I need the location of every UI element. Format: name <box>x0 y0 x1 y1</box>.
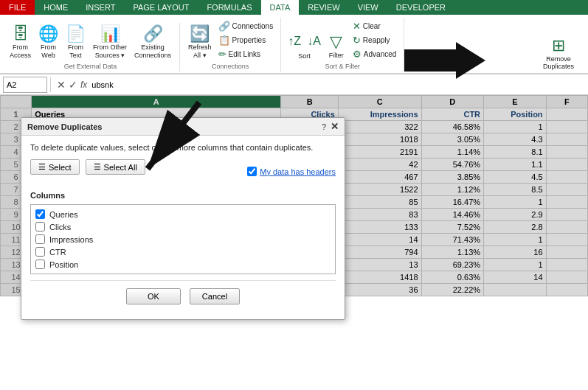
refresh-icon: 🔄 <box>190 26 210 42</box>
reapply-label: Reapply <box>363 36 390 44</box>
clicks-label: Clicks <box>49 223 71 231</box>
from-other-sources-icon: 📊 <box>100 26 120 42</box>
tab-review[interactable]: REVIEW <box>299 0 348 15</box>
properties-icon: 📋 <box>218 35 230 46</box>
modal-footer: OK Cancel <box>30 280 336 312</box>
modal-help-button[interactable]: ? <box>322 122 326 131</box>
from-web-label: FromWeb <box>41 43 56 60</box>
tab-file[interactable]: FILE <box>0 0 35 15</box>
group-sort-filter: ↑Z ↓A Sort ▽ Filter ✕ <box>281 18 404 72</box>
edit-links-button[interactable]: ✏ Edit Links <box>215 47 277 61</box>
formula-input[interactable] <box>91 80 585 89</box>
sort-az-icon: ↑Z <box>288 35 301 48</box>
formula-bar-separator <box>50 77 51 92</box>
clear-button[interactable]: ✕ Clear <box>350 19 399 33</box>
columns-list: Queries Clicks Impressions CTR Position <box>30 204 336 274</box>
deselect-all-button[interactable]: ☰ Select <box>30 159 80 175</box>
connections-button[interactable]: 🔗 Connections <box>215 19 277 33</box>
formula-bar-icons: ✕ ✓ <box>54 79 80 91</box>
column-position[interactable]: Position <box>34 258 332 271</box>
connections-group-label: Connections <box>212 63 249 70</box>
tab-formulas[interactable]: FORMULAS <box>198 0 260 15</box>
modal-close-button[interactable]: ✕ <box>331 121 339 132</box>
advanced-icon: ⚙ <box>353 49 362 60</box>
queries-label: Queries <box>49 210 78 219</box>
advanced-button[interactable]: ⚙ Advanced <box>350 47 399 61</box>
tab-developer[interactable]: DEVELOPER <box>387 0 454 15</box>
cancel-button[interactable]: Cancel <box>190 288 240 304</box>
remove-duplicates-label: RemoveDuplicates <box>543 55 574 70</box>
refresh-label: RefreshAll ▾ <box>188 43 212 60</box>
ribbon-tab-bar: FILE HOME INSERT PAGE LAYOUT FORMULAS DA… <box>0 0 588 15</box>
from-text-button[interactable]: 📄 FromText <box>62 24 89 61</box>
arrow-annotation <box>404 38 485 83</box>
tab-home[interactable]: HOME <box>35 0 77 15</box>
name-box[interactable] <box>3 77 47 93</box>
column-clicks[interactable]: Clicks <box>34 220 332 233</box>
remove-duplicates-icon: ⊞ <box>552 36 565 55</box>
connections-label: Connections <box>232 22 274 30</box>
svg-marker-0 <box>404 42 485 79</box>
formula-bar: ✕ ✓ fx <box>0 74 588 95</box>
position-checkbox[interactable] <box>35 260 45 269</box>
sort-filter-group-label: Sort & Filter <box>325 63 361 70</box>
my-data-headers-option: My data has headers <box>247 167 336 176</box>
impressions-checkbox[interactable] <box>35 234 45 244</box>
cancel-formula-icon[interactable]: ✕ <box>57 79 66 91</box>
from-text-label: FromText <box>68 43 83 60</box>
remove-duplicates-modal: Remove Duplicates ? ✕ To delete duplicat… <box>21 117 345 320</box>
remove-duplicates-button[interactable]: ⊞ RemoveDuplicates <box>536 35 581 72</box>
connections-icon: 🔗 <box>218 21 230 32</box>
my-data-headers-checkbox[interactable] <box>247 167 257 176</box>
get-external-data-label: Get External Data <box>64 63 117 70</box>
filter-label: Filter <box>329 52 344 60</box>
advanced-label: Advanced <box>364 50 396 58</box>
position-label: Position <box>49 260 78 269</box>
from-access-button[interactable]: 🗄 FromAccess <box>6 24 35 61</box>
from-other-sources-button[interactable]: 📊 From OtherSources ▾ <box>89 24 131 61</box>
reapply-button[interactable]: ↻ Reapply <box>350 33 399 47</box>
from-web-button[interactable]: 🌐 FromWeb <box>35 24 62 61</box>
deselect-label: Select <box>49 163 72 172</box>
from-web-icon: 🌐 <box>38 26 58 42</box>
queries-checkbox[interactable] <box>35 209 45 219</box>
from-other-sources-label: From OtherSources ▾ <box>93 43 127 60</box>
modal-title: Remove Duplicates <box>27 122 102 131</box>
modal-controls: ? ✕ <box>322 121 339 132</box>
filter-button[interactable]: ▽ Filter <box>323 32 350 61</box>
tab-page-layout[interactable]: PAGE LAYOUT <box>124 0 198 15</box>
deselect-icon: ☰ <box>38 162 46 172</box>
modal-body: To delete duplicate values, select one o… <box>21 136 345 319</box>
properties-button[interactable]: 📋 Properties <box>215 33 277 47</box>
from-text-icon: 📄 <box>66 26 86 42</box>
my-data-headers-link[interactable]: My data has headers <box>260 167 336 176</box>
tab-insert[interactable]: INSERT <box>77 0 124 15</box>
modal-description: To delete duplicate values, select one o… <box>30 143 336 152</box>
column-impressions[interactable]: Impressions <box>34 233 332 246</box>
column-ctr[interactable]: CTR <box>34 246 332 258</box>
sort-za-button[interactable]: ↓A <box>305 34 323 49</box>
column-queries[interactable]: Queries <box>34 208 332 220</box>
ctr-checkbox[interactable] <box>35 247 45 257</box>
tab-view[interactable]: VIEW <box>349 0 387 15</box>
confirm-formula-icon[interactable]: ✓ <box>69 79 77 91</box>
existing-connections-icon: 🔗 <box>143 26 163 42</box>
sort-button[interactable]: Sort <box>286 50 323 61</box>
refresh-all-button[interactable]: 🔄 RefreshAll ▾ <box>184 24 215 61</box>
ok-button[interactable]: OK <box>126 288 181 304</box>
select-all-icon: ☰ <box>94 162 101 172</box>
existing-connections-button[interactable]: 🔗 ExistingConnections <box>131 24 175 61</box>
select-all-button[interactable]: ☰ Select All <box>86 159 145 175</box>
from-access-icon: 🗄 <box>13 26 29 42</box>
select-all-label: Select All <box>104 163 137 172</box>
ribbon: FILE HOME INSERT PAGE LAYOUT FORMULAS DA… <box>0 0 588 74</box>
sort-az-button[interactable]: ↑Z <box>286 34 303 49</box>
edit-links-label: Edit Links <box>229 50 260 58</box>
filter-icon: ▽ <box>330 34 342 50</box>
clear-icon: ✕ <box>353 21 361 32</box>
tab-data[interactable]: DATA <box>261 0 300 15</box>
modal-titlebar: Remove Duplicates ? ✕ <box>21 118 345 136</box>
existing-connections-label: ExistingConnections <box>134 43 171 60</box>
from-access-label: FromAccess <box>10 43 31 60</box>
clicks-checkbox[interactable] <box>35 222 45 231</box>
